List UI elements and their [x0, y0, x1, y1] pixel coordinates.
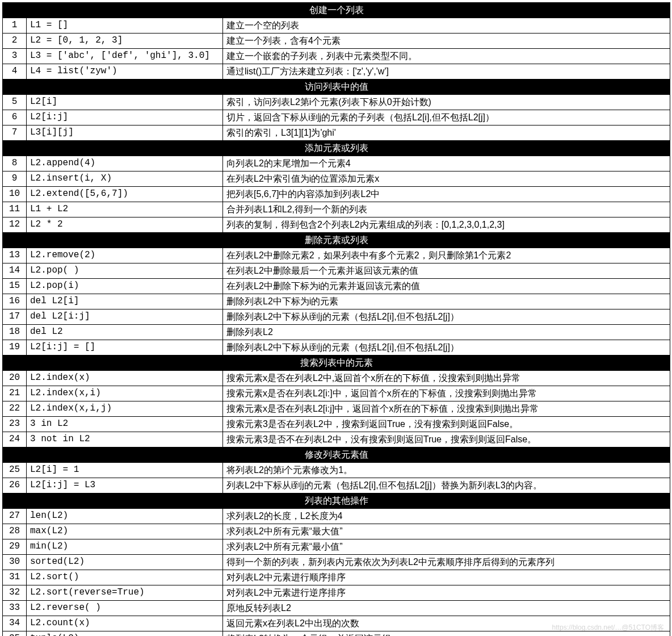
section-title: 添加元素或列表	[3, 141, 670, 156]
table-row: 35tuple(L2)将列表L2转换为一个元组，并返回该元组	[3, 631, 670, 637]
section-title: 列表的其他操作	[3, 493, 670, 509]
code-cell: max(L2)	[27, 524, 223, 539]
row-number: 28	[3, 524, 27, 539]
code-cell: tuple(L2)	[27, 631, 223, 637]
section-header: 搜索列表中的元素	[3, 355, 670, 371]
desc-cell: 在列表L2中删除下标为i的元素并返回该元素的值	[223, 279, 670, 294]
desc-cell: 在列表L2中索引值为i的位置添加元素x	[223, 171, 670, 187]
section-header: 创建一个列表	[3, 3, 670, 18]
section-header: 访问列表中的值	[3, 80, 670, 95]
row-number: 18	[3, 325, 27, 340]
table-row: 34L2.count(x)返回元素x在列表L2中出现的次数	[3, 616, 670, 631]
table-row: 14L2.pop( )在列表L2中删除最后一个元素并返回该元素的值	[3, 263, 670, 279]
code-cell: del L2[i]	[27, 294, 223, 309]
desc-cell: 求列表L2中所有元素“最大值”	[223, 524, 670, 539]
desc-cell: 建立一个嵌套的子列表，列表中元素类型不同。	[223, 49, 670, 64]
row-number: 34	[3, 616, 27, 631]
desc-cell: 建立一个列表，含有4个元素	[223, 34, 670, 49]
table-row: 32L2.sort(reverse=True)对列表L2中元素进行逆序排序	[3, 585, 670, 601]
desc-cell: 求列表L2的长度，L2长度为4	[223, 509, 670, 524]
row-number: 10	[3, 187, 27, 202]
code-cell: L2.extend([5,6,7])	[27, 187, 223, 202]
table-row: 3L3 = ['abc', ['def', 'ghi'], 3.0]建立一个嵌套…	[3, 49, 670, 64]
row-number: 16	[3, 294, 27, 309]
table-row: 16del L2[i]删除列表L2中下标为i的元素	[3, 294, 670, 309]
table-row: 243 not in L2搜索元素3是否不在列表L2中，没有搜索到则返回True…	[3, 432, 670, 447]
row-number: 1	[3, 18, 27, 34]
desc-cell: 通过list()工厂方法来建立列表：['z','y','w']	[223, 64, 670, 80]
table-row: 8L2.append(4)向列表L2的末尾增加一个元素4	[3, 156, 670, 171]
code-cell: L4 = list('zyw')	[27, 64, 223, 80]
code-cell: L2.index(x,i,j)	[27, 401, 223, 417]
row-number: 32	[3, 585, 27, 601]
code-cell: L3 = ['abc', ['def', 'ghi'], 3.0]	[27, 49, 223, 64]
desc-cell: 合并列表L1和L2,得到一个新的列表	[223, 202, 670, 217]
row-number: 3	[3, 49, 27, 64]
row-number: 23	[3, 417, 27, 432]
desc-cell: 切片，返回含下标从i到j的元素的子列表（包括L2[i],但不包括L2[j]）	[223, 110, 670, 125]
table-row: 25L2[i] = 1将列表L2的第i个元素修改为1。	[3, 463, 670, 478]
desc-cell: 删除列表L2中下标为i的元素	[223, 294, 670, 309]
code-cell: L2[i] = 1	[27, 463, 223, 478]
section-title: 创建一个列表	[3, 3, 670, 18]
row-number: 7	[3, 125, 27, 141]
row-number: 5	[3, 95, 27, 110]
code-cell: L2.pop(i)	[27, 279, 223, 294]
section-header: 修改列表元素值	[3, 447, 670, 463]
code-cell: L2[i:j]	[27, 110, 223, 125]
code-cell: L2.index(x)	[27, 371, 223, 386]
section-header: 删除元素或列表	[3, 233, 670, 248]
row-number: 24	[3, 432, 27, 447]
desc-cell: 删除列表L2中下标从i到j的元素（包括L2[i],但不包括L2[j]）	[223, 309, 670, 325]
desc-cell: 得到一个新的列表，新列表内元素依次为列表L2中元素顺序排序后得到的元素序列	[223, 555, 670, 570]
code-cell: L1 = []	[27, 18, 223, 34]
table-row: 2L2 = [0, 1, 2, 3]建立一个列表，含有4个元素	[3, 34, 670, 49]
row-number: 20	[3, 371, 27, 386]
desc-cell: 将列表L2转换为一个元组，并返回该元组	[223, 631, 670, 637]
desc-cell: 把列表[5,6,7]中的内容添加到列表L2中	[223, 187, 670, 202]
table-row: 31L2.sort()对列表L2中元素进行顺序排序	[3, 570, 670, 585]
desc-cell: 搜索元素3是否不在列表L2中，没有搜索到则返回True，搜索到则返回False。	[223, 432, 670, 447]
code-cell: L2.count(x)	[27, 616, 223, 631]
table-row: 28max(L2)求列表L2中所有元素“最大值”	[3, 524, 670, 539]
row-number: 21	[3, 386, 27, 401]
table-row: 18del L2删除列表L2	[3, 325, 670, 340]
row-number: 12	[3, 217, 27, 233]
row-number: 33	[3, 601, 27, 616]
table-row: 233 in L2搜索元素3是否在列表L2中，搜索到返回True，没有搜索到则返…	[3, 417, 670, 432]
desc-cell: 列表的复制，得到包含2个列表L2内元素组成的列表：[0,1,2,3,0,1,2,…	[223, 217, 670, 233]
row-number: 35	[3, 631, 27, 637]
table-row: 21L2.index(x,i)搜索元素x是否在列表L2[i:]中，返回首个x所在…	[3, 386, 670, 401]
code-cell: L2.sort(reverse=True)	[27, 585, 223, 601]
table-row: 5L2[i]索引，访问列表L2第i个元素(列表下标从0开始计数)	[3, 95, 670, 110]
desc-cell: 对列表L2中元素进行顺序排序	[223, 570, 670, 585]
code-cell: L2.insert(i, X)	[27, 171, 223, 187]
row-number: 15	[3, 279, 27, 294]
desc-cell: 对列表L2中元素进行逆序排序	[223, 585, 670, 601]
code-cell: L2 = [0, 1, 2, 3]	[27, 34, 223, 49]
desc-cell: 在列表L2中删除最后一个元素并返回该元素的值	[223, 263, 670, 279]
code-cell: L2 * 2	[27, 217, 223, 233]
code-cell: L2.index(x,i)	[27, 386, 223, 401]
desc-cell: 索引，访问列表L2第i个元素(列表下标从0开始计数)	[223, 95, 670, 110]
desc-cell: 返回元素x在列表L2中出现的次数	[223, 616, 670, 631]
code-cell: L2.append(4)	[27, 156, 223, 171]
section-header: 添加元素或列表	[3, 141, 670, 156]
row-number: 30	[3, 555, 27, 570]
code-cell: L1 + L2	[27, 202, 223, 217]
desc-cell: 将列表L2的第i个元素修改为1。	[223, 463, 670, 478]
table-row: 22L2.index(x,i,j)搜索元素x是否在列表L2[i:j]中，返回首个…	[3, 401, 670, 417]
row-number: 6	[3, 110, 27, 125]
table-row: 15L2.pop(i)在列表L2中删除下标为i的元素并返回该元素的值	[3, 279, 670, 294]
desc-cell: 列表L2中下标从i到j的元素（包括L2[i],但不包括L2[j]）替换为新列表L…	[223, 478, 670, 493]
code-cell: L2[i]	[27, 95, 223, 110]
row-number: 26	[3, 478, 27, 493]
desc-cell: 原地反转列表L2	[223, 601, 670, 616]
code-cell: L2.remove(2)	[27, 248, 223, 263]
desc-cell: 向列表L2的末尾增加一个元素4	[223, 156, 670, 171]
row-number: 13	[3, 248, 27, 263]
row-number: 25	[3, 463, 27, 478]
row-number: 4	[3, 64, 27, 80]
row-number: 11	[3, 202, 27, 217]
table-row: 13L2.remove(2)在列表L2中删除元素2，如果列表中有多个元素2，则只…	[3, 248, 670, 263]
